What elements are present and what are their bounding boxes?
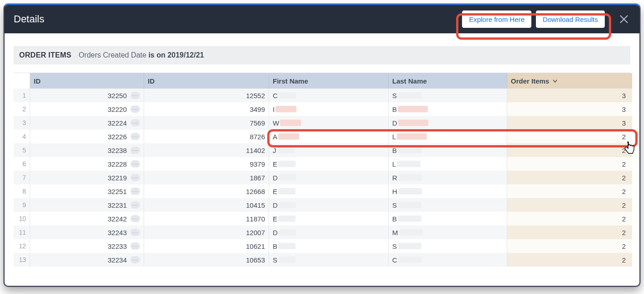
cell-id1[interactable]: 32219··· xyxy=(30,171,144,184)
col-header-last-name[interactable]: Last Name xyxy=(389,73,507,89)
table-row[interactable]: 1132243···12007DM2 xyxy=(14,226,630,239)
table-row[interactable]: 232220···3499IB3 xyxy=(14,102,630,116)
col-header-first-name[interactable]: First Name xyxy=(269,73,389,89)
table-row[interactable]: 1232233···10621BS2 xyxy=(14,239,630,253)
row-actions-icon[interactable]: ··· xyxy=(130,147,140,154)
cell-id2[interactable]: 10415 xyxy=(144,198,269,212)
cell-id1[interactable]: 32226··· xyxy=(30,130,144,143)
cell-first-name[interactable]: E xyxy=(269,157,389,171)
cell-last-name[interactable]: S xyxy=(389,89,507,102)
cell-order-items[interactable]: 2 xyxy=(507,253,632,267)
cell-id2[interactable]: 10621 xyxy=(144,239,269,253)
cell-order-items[interactable]: 2 xyxy=(507,171,632,184)
cell-order-items[interactable]: 2 xyxy=(507,226,632,239)
cell-order-items[interactable]: 2 xyxy=(507,239,632,253)
table-row[interactable]: 332224···7569WD3 xyxy=(14,116,630,130)
cell-first-name[interactable]: D xyxy=(269,226,389,239)
cell-first-name[interactable]: E xyxy=(269,212,389,226)
row-actions-icon[interactable]: ··· xyxy=(130,119,140,126)
cell-id2[interactable]: 7569 xyxy=(144,116,269,130)
cell-last-name[interactable]: M xyxy=(389,226,507,239)
cell-id1[interactable]: 32251··· xyxy=(30,184,144,198)
cell-id1[interactable]: 32234··· xyxy=(30,253,144,267)
cell-id2[interactable]: 10653 xyxy=(144,253,269,267)
col-header-order-items[interactable]: Order Items xyxy=(507,73,632,89)
cell-last-name[interactable]: L xyxy=(389,157,507,171)
table-row[interactable]: 532238···11402JB2 xyxy=(14,143,630,157)
table-row[interactable]: 732219···1867DR2 xyxy=(14,171,630,184)
close-button[interactable] xyxy=(618,13,630,26)
cell-first-name[interactable]: B xyxy=(269,239,389,253)
cell-order-items[interactable]: 2 xyxy=(507,157,632,171)
cell-order-items[interactable]: 2 xyxy=(507,143,632,157)
cell-last-name[interactable]: S xyxy=(389,198,507,212)
cell-first-name[interactable]: S xyxy=(269,253,389,267)
cell-last-name[interactable]: H xyxy=(389,184,507,198)
cell-id1[interactable]: 32242··· xyxy=(30,212,144,226)
row-actions-icon[interactable]: ··· xyxy=(130,242,140,250)
cell-last-name[interactable]: B xyxy=(389,102,507,116)
cell-first-name[interactable]: W xyxy=(269,116,389,130)
row-actions-icon[interactable]: ··· xyxy=(130,201,140,209)
cell-first-name[interactable]: E xyxy=(269,184,389,198)
cell-id2[interactable]: 11870 xyxy=(144,212,269,226)
cell-id2[interactable]: 11402 xyxy=(144,143,269,157)
cell-first-name[interactable]: J xyxy=(269,143,389,157)
cell-first-name[interactable]: D xyxy=(269,198,389,212)
row-actions-icon[interactable]: ··· xyxy=(130,188,140,195)
cell-id1[interactable]: 32231··· xyxy=(30,198,144,212)
row-actions-icon[interactable]: ··· xyxy=(130,215,140,222)
cell-first-name[interactable]: D xyxy=(269,171,389,184)
cell-order-items[interactable]: 3 xyxy=(507,102,632,116)
cell-last-name[interactable]: B xyxy=(389,143,507,157)
cell-order-items[interactable]: 3 xyxy=(507,89,632,102)
table-row[interactable]: 132250···12552CS3 xyxy=(14,89,630,102)
cell-id2[interactable]: 12668 xyxy=(144,184,269,198)
cell-first-name[interactable]: C xyxy=(269,89,389,102)
cell-last-name[interactable]: C xyxy=(389,253,507,267)
cell-id1[interactable]: 32238··· xyxy=(30,143,144,157)
download-results-button[interactable]: Download Results xyxy=(536,10,605,28)
cell-id2[interactable]: 12007 xyxy=(144,226,269,239)
table-row[interactable]: 1032242···11870EB2 xyxy=(14,212,630,226)
table-row[interactable]: 832251···12668EH2 xyxy=(14,184,630,198)
cell-order-items[interactable]: 2 xyxy=(507,184,632,198)
cell-id1[interactable]: 32243··· xyxy=(30,226,144,239)
cell-id2[interactable]: 1867 xyxy=(144,171,269,184)
row-actions-icon[interactable]: ··· xyxy=(130,133,140,140)
redacted-text xyxy=(278,257,296,263)
cell-last-name[interactable]: R xyxy=(389,171,507,184)
col-header-id1[interactable]: ID xyxy=(30,73,144,89)
cell-order-items[interactable]: 2 xyxy=(507,130,632,143)
table-row[interactable]: 632228···9379EL2 xyxy=(14,157,630,171)
cell-order-items[interactable]: 2 xyxy=(507,212,632,226)
cell-id1[interactable]: 32220··· xyxy=(30,102,144,116)
cell-order-items[interactable]: 3 xyxy=(507,116,632,130)
col-header-id2[interactable]: ID xyxy=(144,73,269,89)
cell-id2[interactable]: 8726 xyxy=(144,130,269,143)
cell-first-name[interactable]: I xyxy=(269,102,389,116)
row-actions-icon[interactable]: ··· xyxy=(130,256,140,263)
row-actions-icon[interactable]: ··· xyxy=(130,174,140,181)
row-actions-icon[interactable]: ··· xyxy=(130,229,140,236)
row-actions-icon[interactable]: ··· xyxy=(130,105,140,113)
row-actions-icon[interactable]: ··· xyxy=(130,160,140,168)
cell-last-name[interactable]: S xyxy=(389,239,507,253)
cell-last-name[interactable]: D xyxy=(389,116,507,130)
explore-from-here-button[interactable]: Explore from Here xyxy=(462,10,531,28)
cell-id1[interactable]: 32250··· xyxy=(30,89,144,102)
row-actions-icon[interactable]: ··· xyxy=(130,92,140,99)
cell-id2[interactable]: 9379 xyxy=(144,157,269,171)
table-row[interactable]: 432226···8726AL2 xyxy=(14,130,630,143)
cell-last-name[interactable]: L xyxy=(389,130,507,143)
cell-id2[interactable]: 3499 xyxy=(144,102,269,116)
cell-id1[interactable]: 32228··· xyxy=(30,157,144,171)
cell-first-name[interactable]: A xyxy=(269,130,389,143)
cell-last-name[interactable]: B xyxy=(389,212,507,226)
table-row[interactable]: 1332234···10653SC2 xyxy=(14,253,630,267)
table-row[interactable]: 932231···10415DS2 xyxy=(14,198,630,212)
cell-order-items[interactable]: 2 xyxy=(507,198,632,212)
cell-id2[interactable]: 12552 xyxy=(144,89,269,102)
cell-id1[interactable]: 32224··· xyxy=(30,116,144,130)
cell-id1[interactable]: 32233··· xyxy=(30,239,144,253)
